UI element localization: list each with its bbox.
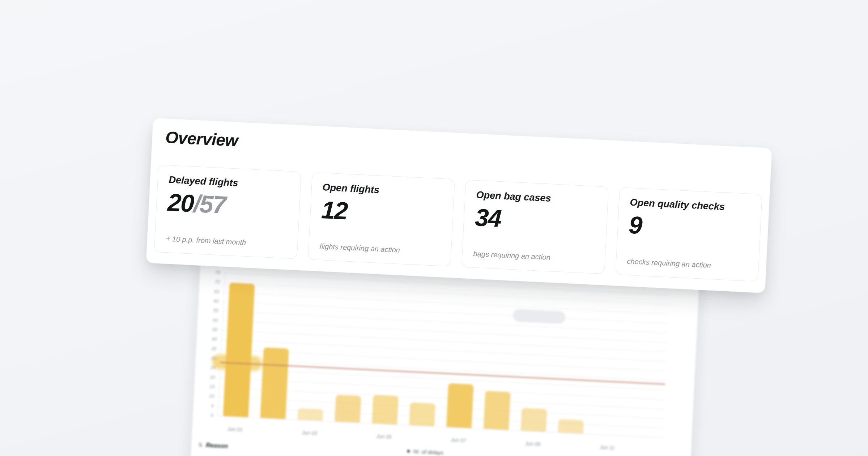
overview-card: Overview Delayed flights 20/57 + 10 p.p.… (146, 118, 772, 293)
page-background: 28.2 min 051015202530354045505560657075J… (0, 0, 868, 456)
chart-legend: Nr. of delays (407, 448, 443, 456)
stat-card-open-bag-cases[interactable]: Open bag cases 34 bags requiring an acti… (461, 180, 609, 274)
stat-value: 20/57 (167, 190, 289, 221)
legend-label: Nr. of delays (413, 448, 443, 456)
legend-dot-icon (407, 449, 410, 452)
stat-value-main: 20 (167, 188, 194, 217)
stat-card-open-quality-checks[interactable]: Open quality checks 9 checks requiring a… (615, 187, 762, 282)
stat-title: Delayed flights (169, 174, 290, 191)
reason-column-header: Reason (206, 442, 228, 450)
stat-title: Open quality checks (630, 197, 751, 214)
stat-card-delayed-flights[interactable]: Delayed flights 20/57 + 10 p.p. from las… (154, 165, 301, 259)
stat-caption: flights requiring an action (319, 242, 440, 256)
stat-title: Open flights (322, 182, 443, 199)
stat-card-open-flights[interactable]: Open flights 12 flights requiring an act… (308, 172, 455, 267)
stat-card-row: Delayed flights 20/57 + 10 p.p. from las… (154, 165, 762, 282)
stat-caption: checks requiring an action (627, 257, 748, 271)
stat-value: 34 (475, 205, 596, 236)
stat-caption: bags requiring an action (473, 250, 594, 264)
stat-value: 9 (628, 212, 750, 244)
stat-caption: + 10 p.p. from last month (166, 235, 286, 249)
reason-sort-header[interactable]: ⇅ Reason (198, 441, 228, 450)
stat-value-suffix: /57 (193, 190, 226, 219)
stat-value: 12 (321, 197, 442, 228)
sort-icon: ⇅ (198, 442, 203, 448)
page-title: Overview (165, 127, 238, 151)
stat-title: Open bag cases (476, 189, 597, 206)
